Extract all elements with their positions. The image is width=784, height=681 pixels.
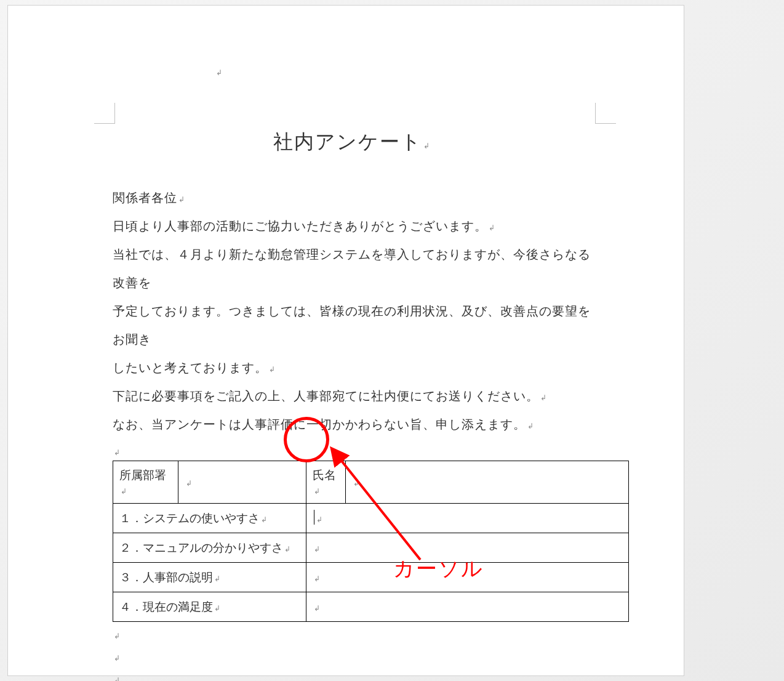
paragraph-mark: ↲ bbox=[489, 220, 495, 237]
body-line-2a: 当社では、４月より新たな勤怠管理システムを導入しておりますが、今後さらなる改善を bbox=[113, 240, 591, 297]
text-cursor-icon bbox=[314, 510, 314, 525]
paragraph-mark: ↲ bbox=[269, 361, 276, 379]
q3-text: ３．人事部の説明 bbox=[119, 571, 213, 584]
paragraph-mark: ↲ bbox=[284, 545, 290, 554]
paragraph-mark: ↲ bbox=[353, 479, 359, 488]
body-line-4: なお、当アンケートは人事評価に一切かかわらない旨、申し添えます。↲ bbox=[113, 410, 591, 438]
paragraph-mark: ↲ bbox=[114, 448, 120, 457]
q1-text: １．システムの使いやすさ bbox=[119, 512, 260, 525]
empty-line: ↲ bbox=[113, 666, 591, 681]
paragraph-mark: ↲ bbox=[314, 487, 320, 496]
question-cell-3: ３．人事部の説明↲ bbox=[113, 563, 306, 592]
name-label-cell: 氏名↲ bbox=[306, 461, 346, 504]
question-cell-4: ４．現在の満足度↲ bbox=[113, 592, 306, 622]
body-line-2b: 予定しております。つきましては、皆様の現在の利用状況、及び、改善点の要望をお聞き bbox=[113, 297, 591, 353]
paragraph-mark: ↲ bbox=[527, 418, 534, 435]
dept-value-cell[interactable]: ↲ bbox=[178, 461, 306, 504]
line4-text: なお、当アンケートは人事評価に一切かかわらない旨、申し添えます。 bbox=[113, 417, 526, 431]
document-title: 社内アンケート↲ bbox=[113, 129, 591, 156]
p2c-text: したいと考えております。 bbox=[113, 361, 268, 374]
paragraph-mark: ↲ bbox=[114, 632, 120, 640]
p2a-text: 当社では、４月より新たな勤怠管理システムを導入しておりますが、今後さらなる改善を bbox=[113, 248, 591, 289]
paragraph-mark: ↲ bbox=[314, 545, 320, 554]
paragraph-mark: ↲ bbox=[114, 676, 120, 681]
name-label-text: 氏名 bbox=[313, 469, 336, 482]
dept-label-text: 所属部署 bbox=[119, 469, 166, 482]
body-line-1: 日頃より人事部の活動にご協力いただきありがとうございます。↲ bbox=[113, 212, 591, 240]
paragraph-mark: ↲ bbox=[121, 487, 127, 496]
content-area: 社内アンケート↲ 関係者各位↲ 日頃より人事部の活動にご協力いただきありがとうご… bbox=[113, 129, 591, 681]
paragraph-mark: ↲ bbox=[540, 390, 547, 407]
annotation-label: カーソル bbox=[393, 555, 484, 583]
line1-text: 日頃より人事部の活動にご協力いただきありがとうございます。 bbox=[113, 219, 487, 233]
greeting-line: 関係者各位↲ bbox=[113, 183, 591, 212]
empty-line: ↲ bbox=[113, 622, 591, 644]
table-row: ４．現在の満足度↲ ↲ bbox=[113, 592, 629, 622]
paragraph-mark: ↲ bbox=[214, 574, 220, 583]
margin-corner-tl bbox=[94, 103, 115, 124]
q2-text: ２．マニュアルの分かりやすさ bbox=[119, 541, 283, 554]
table-row: ３．人事部の説明↲ ↲ bbox=[113, 563, 629, 592]
greeting-text: 関係者各位 bbox=[113, 191, 177, 204]
answer-cell-1[interactable]: ↲ bbox=[306, 504, 629, 533]
paragraph-mark: ↲ bbox=[314, 604, 320, 613]
paragraph-mark: ↲ bbox=[314, 574, 320, 583]
title-text: 社内アンケート bbox=[273, 131, 422, 153]
dept-label-cell: 所属部署↲ bbox=[113, 461, 178, 504]
empty-line: ↲ bbox=[113, 438, 591, 461]
question-cell-2: ２．マニュアルの分かりやすさ↲ bbox=[113, 533, 306, 563]
body-line-2c: したいと考えております。↲ bbox=[113, 353, 591, 382]
paragraph-mark: ↲ bbox=[214, 604, 220, 613]
body-line-3: 下記に必要事項をご記入の上、人事部宛てに社内便にてお送りください。↲ bbox=[113, 382, 591, 410]
paragraph-mark: ↲ bbox=[423, 142, 431, 150]
paragraph-mark: ↲ bbox=[178, 191, 185, 209]
document-page: ↲ 社内アンケート↲ 関係者各位↲ 日頃より人事部の活動にご協力いただきありがと… bbox=[7, 5, 684, 676]
survey-table: 所属部署↲ ↲ 氏名↲ ↲ １．システムの使いやすさ↲ ↲ bbox=[113, 461, 629, 622]
q4-text: ４．現在の満足度 bbox=[119, 600, 213, 613]
p2b-text: 予定しております。つきましては、皆様の現在の利用状況、及び、改善点の要望をお聞き bbox=[113, 304, 591, 346]
line3-text: 下記に必要事項をご記入の上、人事部宛てに社内便にてお送りください。 bbox=[113, 389, 539, 403]
name-value-cell[interactable]: ↲ bbox=[346, 461, 629, 504]
paragraph-mark: ↲ bbox=[316, 515, 322, 524]
empty-line: ↲ bbox=[113, 644, 591, 666]
paragraph-mark: ↲ bbox=[114, 654, 120, 663]
margin-corner-tr bbox=[595, 103, 616, 124]
table-row: １．システムの使いやすさ↲ ↲ bbox=[113, 504, 629, 533]
paragraph-mark: ↲ bbox=[261, 515, 267, 524]
table-row: ２．マニュアルの分かりやすさ↲ ↲ bbox=[113, 533, 629, 563]
question-cell-1: １．システムの使いやすさ↲ bbox=[113, 504, 306, 533]
table-header-row: 所属部署↲ ↲ 氏名↲ ↲ bbox=[113, 461, 629, 504]
answer-cell-4[interactable]: ↲ bbox=[306, 592, 629, 622]
paragraph-mark: ↲ bbox=[186, 479, 192, 488]
paragraph-mark: ↲ bbox=[216, 68, 222, 77]
